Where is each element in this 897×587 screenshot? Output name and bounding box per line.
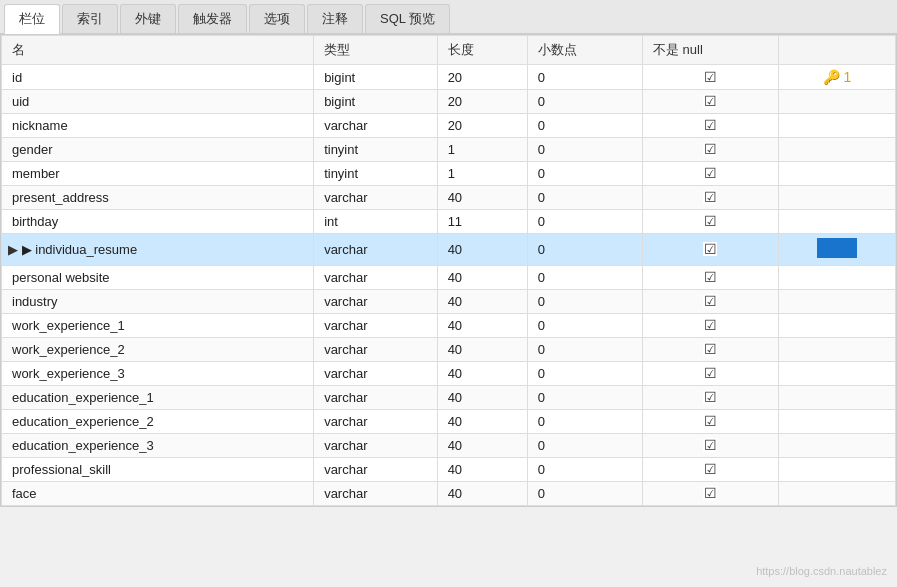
cell-decimal: 0	[527, 162, 642, 186]
cell-key	[778, 138, 895, 162]
table-row[interactable]: birthdayint110☑	[2, 210, 896, 234]
table-row[interactable]: work_experience_1varchar400☑	[2, 314, 896, 338]
notnull-checkbox: ☑	[703, 366, 717, 380]
watermark: https://blog.csdn.nautablez	[756, 565, 887, 577]
table-row[interactable]: education_experience_1varchar400☑	[2, 386, 896, 410]
tab-索引[interactable]: 索引	[62, 4, 118, 33]
cell-key	[778, 210, 895, 234]
cell-decimal: 0	[527, 386, 642, 410]
cell-decimal: 0	[527, 338, 642, 362]
col-header-type: 类型	[314, 36, 437, 65]
cell-decimal: 0	[527, 65, 642, 90]
cell-name: industry	[2, 290, 314, 314]
cell-type: varchar	[314, 386, 437, 410]
cell-type: tinyint	[314, 138, 437, 162]
table-row[interactable]: present_addressvarchar400☑	[2, 186, 896, 210]
cell-key	[778, 458, 895, 482]
notnull-checkbox: ☑	[703, 242, 717, 256]
table-row[interactable]: education_experience_2varchar400☑	[2, 410, 896, 434]
cell-type: varchar	[314, 234, 437, 266]
cell-notnull: ☑	[642, 186, 778, 210]
cell-type: varchar	[314, 338, 437, 362]
key-icon: 🔑 1	[823, 69, 852, 85]
cell-decimal: 0	[527, 234, 642, 266]
notnull-checkbox: ☑	[703, 70, 717, 84]
table-row[interactable]: membertinyint10☑	[2, 162, 896, 186]
cell-name: education_experience_2	[2, 410, 314, 434]
cell-length: 11	[437, 210, 527, 234]
cell-key	[778, 290, 895, 314]
table-row[interactable]: industryvarchar400☑	[2, 290, 896, 314]
cell-key	[778, 362, 895, 386]
cell-length: 40	[437, 338, 527, 362]
col-header-notnull: 不是 null	[642, 36, 778, 65]
cell-decimal: 0	[527, 210, 642, 234]
cell-key	[778, 386, 895, 410]
tab-选项[interactable]: 选项	[249, 4, 305, 33]
cell-notnull: ☑	[642, 290, 778, 314]
cell-notnull: ☑	[642, 410, 778, 434]
table-row[interactable]: gendertinyint10☑	[2, 138, 896, 162]
tab-SQL-预览[interactable]: SQL 预览	[365, 4, 450, 33]
cell-decimal: 0	[527, 314, 642, 338]
cell-key	[778, 90, 895, 114]
cell-length: 40	[437, 186, 527, 210]
cell-decimal: 0	[527, 482, 642, 506]
cell-name: nickname	[2, 114, 314, 138]
cell-name: face	[2, 482, 314, 506]
table-row[interactable]: ▶ individua_resumevarchar400☑	[2, 234, 896, 266]
cell-name: gender	[2, 138, 314, 162]
tab-栏位[interactable]: 栏位	[4, 4, 60, 34]
cell-key	[778, 162, 895, 186]
cell-key	[778, 482, 895, 506]
notnull-checkbox: ☑	[703, 118, 717, 132]
notnull-checkbox: ☑	[703, 438, 717, 452]
cell-type: varchar	[314, 362, 437, 386]
cell-name: education_experience_3	[2, 434, 314, 458]
cell-decimal: 0	[527, 266, 642, 290]
cell-type: varchar	[314, 290, 437, 314]
cell-type: tinyint	[314, 162, 437, 186]
cell-length: 1	[437, 138, 527, 162]
cell-name: present_address	[2, 186, 314, 210]
table-row[interactable]: idbigint200☑🔑 1	[2, 65, 896, 90]
cell-name: professional_skill	[2, 458, 314, 482]
cell-type: varchar	[314, 482, 437, 506]
table-row[interactable]: work_experience_3varchar400☑	[2, 362, 896, 386]
cell-type: varchar	[314, 266, 437, 290]
cell-type: varchar	[314, 458, 437, 482]
col-header-extra	[778, 36, 895, 65]
cell-notnull: ☑	[642, 234, 778, 266]
cell-notnull: ☑	[642, 114, 778, 138]
notnull-checkbox: ☑	[703, 486, 717, 500]
cell-key	[778, 186, 895, 210]
cell-name: birthday	[2, 210, 314, 234]
table-row[interactable]: professional_skillvarchar400☑	[2, 458, 896, 482]
cell-decimal: 0	[527, 362, 642, 386]
tab-bar: 栏位索引外键触发器选项注释SQL 预览	[0, 0, 897, 34]
table-row[interactable]: nicknamevarchar200☑	[2, 114, 896, 138]
cell-length: 20	[437, 65, 527, 90]
table-row[interactable]: personal websitevarchar400☑	[2, 266, 896, 290]
table-row[interactable]: uidbigint200☑	[2, 90, 896, 114]
table-row[interactable]: work_experience_2varchar400☑	[2, 338, 896, 362]
notnull-checkbox: ☑	[703, 94, 717, 108]
cell-notnull: ☑	[642, 90, 778, 114]
cell-length: 40	[437, 482, 527, 506]
cell-type: varchar	[314, 114, 437, 138]
notnull-checkbox: ☑	[703, 214, 717, 228]
table-row[interactable]: education_experience_3varchar400☑	[2, 434, 896, 458]
cell-notnull: ☑	[642, 362, 778, 386]
cell-type: bigint	[314, 65, 437, 90]
tab-注释[interactable]: 注释	[307, 4, 363, 33]
table-row[interactable]: facevarchar400☑	[2, 482, 896, 506]
tab-触发器[interactable]: 触发器	[178, 4, 247, 33]
cell-type: int	[314, 210, 437, 234]
tab-外键[interactable]: 外键	[120, 4, 176, 33]
cell-key	[778, 338, 895, 362]
columns-table: 名 类型 长度 小数点 不是 null idbigint200☑🔑 1uidbi…	[1, 35, 896, 506]
cell-notnull: ☑	[642, 386, 778, 410]
cell-name: work_experience_2	[2, 338, 314, 362]
notnull-checkbox: ☑	[703, 142, 717, 156]
cell-key	[778, 314, 895, 338]
